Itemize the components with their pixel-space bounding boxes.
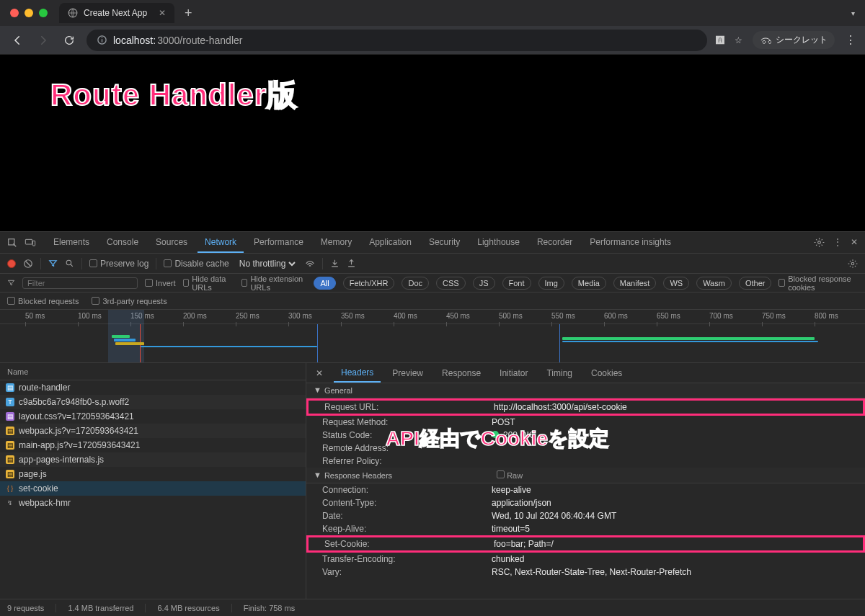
request-row[interactable]: ▤page.js [0,467,306,481]
search-icon[interactable] [65,259,74,268]
request-row[interactable]: ↯webpack-hmr [0,496,306,510]
chrome-menu-icon[interactable]: ⋮ [845,33,856,47]
throttling-select[interactable]: No throttling [236,258,298,269]
type-font[interactable]: Font [502,277,531,290]
invert-checkbox[interactable]: Invert [145,279,176,287]
tab-sources[interactable]: Sources [148,233,195,253]
preserve-log-checkbox[interactable]: Preserve log [89,259,148,269]
tab-console[interactable]: Console [99,233,146,253]
record-button[interactable] [7,259,16,268]
request-row[interactable]: ▤layout.css?v=1720593643421 [0,409,306,424]
svg-rect-5 [25,239,32,244]
request-row[interactable]: ▤route-handler [0,380,306,395]
tab-memory[interactable]: Memory [314,233,359,253]
network-timeline[interactable]: 50 ms100 ms150 ms200 ms250 ms300 ms350 m… [0,310,865,363]
header-key: Status Code: [322,430,492,440]
url-path: 3000/route-handler [157,35,242,46]
type-fetch[interactable]: Fetch/XHR [343,277,395,290]
network-status-bar: 9 requests 1.4 MB transferred 6.4 MB res… [0,599,865,616]
type-doc[interactable]: Doc [402,277,429,290]
section-response-headers[interactable]: ▼Response Headers Raw [306,468,865,483]
request-row[interactable]: ▤main-app.js?v=1720593643421 [0,438,306,452]
type-manifest[interactable]: Manifest [613,277,657,290]
request-list: Name ▤route-handlerTc9a5bc6a7c948fb0-s.p… [0,363,306,599]
url-input[interactable]: localhost:3000/route-handler [86,30,707,51]
network-conditions-icon[interactable] [305,259,315,268]
details-tab-headers[interactable]: Headers [334,364,381,383]
request-row[interactable]: { }set-cookie [0,481,306,496]
type-wasm[interactable]: Wasm [696,277,732,290]
timeline-bar [141,346,317,347]
bookmark-star-icon[interactable]: ☆ [735,35,742,45]
tab-network[interactable]: Network [198,233,244,253]
reload-button[interactable] [61,32,78,49]
tab-performance[interactable]: Performance [247,233,311,253]
translate-icon[interactable]: 🅰 [716,35,724,45]
request-row[interactable]: ▤webpack.js?v=1720593643421 [0,424,306,438]
type-media[interactable]: Media [572,277,606,290]
forward-button[interactable] [35,32,52,49]
header-row: Keep-Alive:timeout=5 [306,522,865,535]
tab-overflow-icon[interactable]: ▾ [851,9,855,17]
request-row[interactable]: ▤app-pages-internals.js [0,452,306,467]
header-value: RSC, Next-Router-State-Tree, Next-Router… [492,567,691,577]
new-tab-button[interactable]: + [185,6,192,21]
tab-close-icon[interactable]: ✕ [159,8,166,18]
timeline-tick: 650 ms [657,312,680,320]
raw-checkbox[interactable]: Raw [497,470,523,480]
type-ws[interactable]: WS [663,277,689,290]
incognito-badge[interactable]: シークレット [753,31,835,49]
type-img[interactable]: Img [538,277,564,290]
close-window[interactable] [10,9,19,17]
import-har-icon[interactable] [330,259,340,268]
request-row[interactable]: Tc9a5bc6a7c948fb0-s.p.woff2 [0,395,306,409]
details-tab-cookies[interactable]: Cookies [584,365,629,382]
details-tab-initiator[interactable]: Initiator [492,365,535,382]
tab-recorder[interactable]: Recorder [530,233,580,253]
hide-data-urls-checkbox[interactable]: Hide data URLs [183,274,234,292]
js-file-icon: ▤ [6,455,14,464]
disable-cache-checkbox[interactable]: Disable cache [164,259,229,269]
header-row: Date:Wed, 10 Jul 2024 06:40:44 GMT [306,509,865,522]
header-value: 200 OK [492,430,533,440]
type-other[interactable]: Other [739,277,772,290]
devtools-close-icon[interactable]: ✕ [851,237,858,248]
type-all[interactable]: All [314,277,335,290]
svg-point-9 [66,260,71,265]
devtools-settings-icon[interactable] [814,237,825,248]
header-key: Request Method: [322,417,492,427]
timeline-tick: 550 ms [551,312,575,320]
blocked-response-cookies-checkbox[interactable]: Blocked response cookies [778,274,858,292]
devtools-more-icon[interactable]: ⋮ [833,237,842,248]
tab-elements[interactable]: Elements [46,233,97,253]
header-row: Request URL:http://localhost:3000/api/se… [306,398,865,416]
tab-security[interactable]: Security [422,233,467,253]
export-har-icon[interactable] [347,259,356,268]
request-list-header[interactable]: Name [0,363,306,380]
section-general[interactable]: ▼General [306,383,865,398]
minimize-window[interactable] [25,9,33,17]
timeline-tick: 300 ms [288,312,312,320]
tab-application[interactable]: Application [362,233,419,253]
details-tab-timing[interactable]: Timing [539,365,580,382]
device-toggle-icon[interactable] [25,238,36,248]
tab-lighthouse[interactable]: Lighthouse [470,233,527,253]
filter-input[interactable] [22,277,138,289]
clear-button[interactable] [23,259,33,269]
maximize-window[interactable] [39,9,48,17]
blocked-requests-checkbox[interactable]: Blocked requests [7,297,79,305]
details-close-icon[interactable]: ✕ [312,368,327,378]
back-button[interactable] [9,32,26,49]
tab-perf-insights[interactable]: Performance insights [582,233,678,253]
details-tab-preview[interactable]: Preview [385,365,430,382]
filter-toggle-icon[interactable] [48,259,58,268]
network-settings-icon[interactable] [848,259,858,269]
details-tab-response[interactable]: Response [435,365,488,382]
browser-tab[interactable]: Create Next App ✕ [59,3,174,23]
type-css[interactable]: CSS [436,277,466,290]
third-party-checkbox[interactable]: 3rd-party requests [92,297,167,305]
inspect-icon[interactable] [7,238,17,248]
hide-extension-urls-checkbox[interactable]: Hide extension URLs [241,274,307,292]
type-js[interactable]: JS [473,277,495,290]
site-info-icon[interactable] [97,35,107,45]
